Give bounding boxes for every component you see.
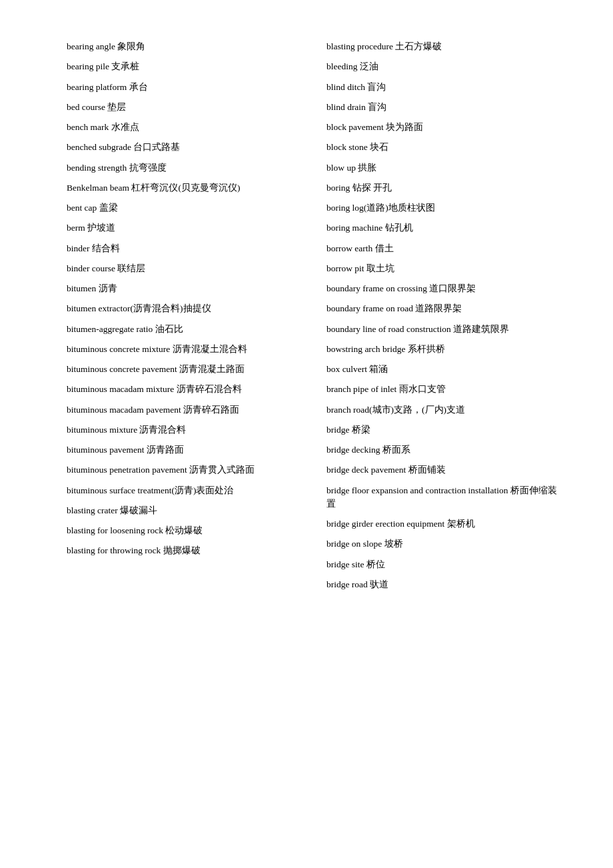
list-item: boring log(道路)地质柱状图 [326,201,560,215]
list-item: binder 结合料 [67,242,300,255]
list-item: bituminous concrete mixture 沥青混凝土混合料 [67,343,300,356]
list-item: bituminous macadam pavement 沥青碎石路面 [67,403,300,417]
list-item: bitumen-aggregate ratio 油石比 [67,323,300,336]
right-column: blasting procedure 土石方爆破bleeding 泛油blind… [326,40,560,591]
list-item: blasting for loosening rock 松动爆破 [67,524,300,537]
list-item: bridge road 驮道 [326,578,560,591]
list-item: binder course 联结层 [67,262,300,275]
list-item: bowstring arch bridge 系杆拱桥 [326,343,560,356]
list-item: block pavement 块为路面 [326,121,560,134]
list-item: boundary frame on crossing 道口限界架 [326,282,560,295]
list-item: block stone 块石 [326,141,560,154]
list-item: boundary frame on road 道路限界架 [326,302,560,315]
list-item: bituminous penetration pavement 沥青贯入式路面 [67,463,300,477]
list-item: branch pipe of inlet 雨水口支管 [326,383,560,396]
list-item: bridge floor expansion and contraction i… [326,484,560,511]
main-content: bearing angle 象限角bearing pile 支承桩bearing… [67,40,560,591]
list-item: blasting procedure 土石方爆破 [326,40,560,53]
list-item: bituminous macadam mixture 沥青碎石混合料 [67,383,300,396]
list-item: bridge on slope 坡桥 [326,537,560,551]
list-item: bleeding 泛油 [326,60,560,73]
list-item: bed course 垫层 [67,101,300,114]
page-wrapper: bearing angle 象限角bearing pile 支承桩bearing… [67,40,560,868]
list-item: bridge site 桥位 [326,558,560,571]
list-item: bearing platform 承台 [67,81,300,94]
list-item: borrow earth 借土 [326,242,560,255]
list-item: bituminous surface treatment(沥青)表面处治 [67,484,300,497]
list-item: bearing pile 支承桩 [67,60,300,73]
list-item: bitumen 沥青 [67,282,300,295]
list-item: bridge 桥梁 [326,423,560,437]
list-item: boring 钻探 开孔 [326,181,560,195]
list-item: blasting crater 爆破漏斗 [67,504,300,517]
list-item: branch road(城市)支路，(厂内)支道 [326,403,560,417]
list-item: Benkelman beam 杠杆弯沉仪(贝克曼弯沉仪) [67,181,300,195]
list-item: bent cap 盖梁 [67,201,300,215]
list-item: benched subgrade 台口式路基 [67,141,300,154]
list-item: berm 护坡道 [67,221,300,235]
list-item: blind drain 盲沟 [326,101,560,114]
list-item: boring machine 钻孔机 [326,221,560,235]
list-item: bituminous mixture 沥青混合料 [67,423,300,437]
list-item: bridge decking 桥面系 [326,443,560,457]
list-item: bituminous concrete pavement 沥青混凝土路面 [67,363,300,376]
list-item: blow up 拱胀 [326,161,560,175]
list-item: bearing angle 象限角 [67,40,300,53]
list-item: bitumen extractor(沥青混合料)抽提仪 [67,302,300,315]
list-item: borrow pit 取土坑 [326,262,560,275]
list-item: blind ditch 盲沟 [326,81,560,94]
list-item: bridge girder erection equipment 架桥机 [326,517,560,531]
left-column: bearing angle 象限角bearing pile 支承桩bearing… [67,40,300,591]
list-item: blasting for throwing rock 抛掷爆破 [67,544,300,557]
list-item: bench mark 水准点 [67,121,300,134]
list-item: bridge deck pavement 桥面铺装 [326,463,560,477]
list-item: box culvert 箱涵 [326,363,560,376]
list-item: boundary line of road construction 道路建筑限… [326,323,560,336]
list-item: bending strength 抗弯强度 [67,161,300,175]
list-item: bituminous pavement 沥青路面 [67,443,300,457]
